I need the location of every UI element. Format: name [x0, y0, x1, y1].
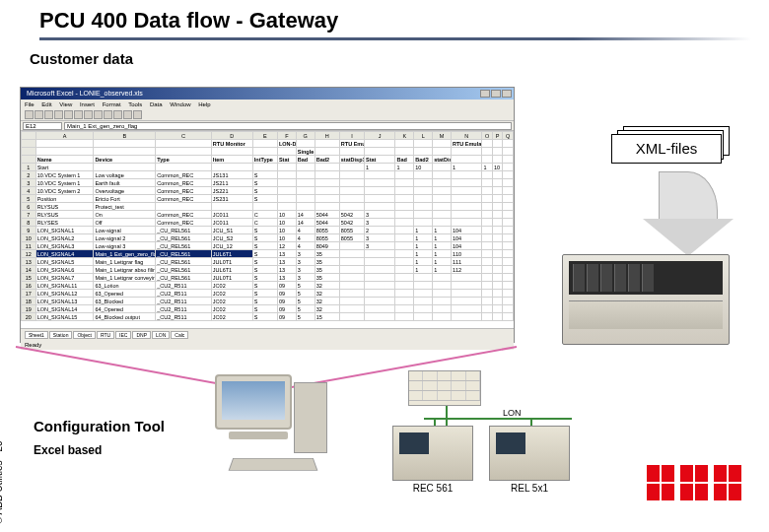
tb-sum[interactable] — [113, 110, 122, 119]
tab-iec[interactable]: IEC — [115, 331, 131, 339]
window-buttons — [479, 90, 514, 98]
menu-bar: File Edit View Insert Format Tools Data … — [21, 100, 514, 109]
svg-rect-4 — [680, 465, 693, 482]
flow-arrow-head — [643, 219, 734, 256]
spreadsheet-grid[interactable]: ABCDEFGHIJKLMNOPQRTU MonitorLON-DDERTU E… — [21, 131, 514, 328]
formula-bar: E12 Main_1 Ext_gen_zero_flag — [21, 121, 514, 131]
menu-insert[interactable]: Insert — [80, 101, 95, 107]
tab-dnp[interactable]: DNP — [132, 331, 151, 339]
config-tool-cpu — [294, 382, 327, 453]
hub-device — [408, 370, 481, 406]
tb-redo[interactable] — [104, 110, 112, 119]
svg-rect-2 — [647, 484, 660, 500]
svg-rect-0 — [647, 465, 660, 482]
spreadsheet-titlebar: Microsoft Excel - LONIE_observed.xls — [21, 88, 514, 100]
svg-rect-1 — [662, 465, 674, 482]
svg-rect-8 — [714, 465, 727, 482]
page-title: PCU 400 Data flow - Gateway — [0, 0, 769, 37]
tb-cut[interactable] — [64, 110, 73, 119]
menu-view[interactable]: View — [59, 101, 72, 107]
tb-chart[interactable] — [133, 110, 142, 119]
menu-window[interactable]: Window — [170, 101, 190, 107]
config-tool-monitor — [215, 374, 302, 453]
maximize-button[interactable] — [491, 90, 501, 98]
spreadsheet-app-title: Microsoft Excel - LONIE_observed.xls — [27, 88, 143, 100]
tb-copy[interactable] — [74, 110, 83, 119]
svg-rect-7 — [695, 484, 708, 500]
minimize-button[interactable] — [480, 90, 490, 98]
spreadsheet-window: Microsoft Excel - LONIE_observed.xls Fil… — [20, 87, 515, 343]
svg-rect-3 — [662, 484, 674, 500]
rec561-label: REC 561 — [392, 483, 473, 494]
flow-arrow-body — [659, 171, 718, 223]
tb-print[interactable] — [54, 110, 63, 119]
tab-calc[interactable]: Calc — [171, 331, 188, 339]
tb-save[interactable] — [44, 110, 53, 119]
config-tool-title: Configuration Tool — [34, 418, 165, 434]
copyright: © ABB Utilities - 20 - — [0, 434, 4, 524]
svg-rect-5 — [695, 465, 708, 482]
rec561-device — [392, 426, 473, 481]
formula-input[interactable]: Main_1 Ext_gen_zero_flag — [64, 122, 512, 130]
lon-line-v1 — [446, 406, 448, 426]
svg-rect-6 — [680, 484, 693, 500]
menu-data[interactable]: Data — [150, 101, 163, 107]
config-tool-subtitle: Excel based — [34, 443, 102, 457]
tb-new[interactable] — [25, 110, 34, 119]
abb-logo — [647, 465, 743, 502]
tb-open[interactable] — [35, 110, 43, 119]
svg-rect-9 — [729, 465, 741, 482]
config-tool-keyboard — [229, 458, 318, 471]
toolbar — [21, 109, 514, 121]
rel5x1-label: REL 5x1 — [489, 483, 570, 494]
tb-sort[interactable] — [123, 110, 132, 119]
menu-format[interactable]: Format — [103, 101, 121, 107]
tab-sheet1[interactable]: Sheet1 — [25, 331, 48, 339]
rel5x1-device — [489, 426, 570, 481]
tab-rtu[interactable]: RTU — [97, 331, 114, 339]
svg-rect-10 — [714, 484, 727, 500]
sheet-tabs: Sheet1 Station Object RTU IEC DNP LON Ca… — [21, 328, 514, 340]
pcu-rack — [562, 254, 730, 345]
xml-files-label: XML-files — [611, 134, 722, 164]
tab-station[interactable]: Station — [49, 331, 73, 339]
menu-tools[interactable]: Tools — [128, 101, 142, 107]
xml-files-stack: XML-files — [611, 126, 734, 164]
subtitle: Customer data — [0, 40, 769, 71]
tb-paste[interactable] — [84, 110, 93, 119]
menu-help[interactable]: Help — [198, 101, 210, 107]
close-button[interactable] — [502, 90, 512, 98]
tab-object[interactable]: Object — [73, 331, 95, 339]
svg-rect-11 — [729, 484, 741, 500]
tb-undo[interactable] — [94, 110, 103, 119]
menu-edit[interactable]: Edit — [41, 101, 51, 107]
menu-file[interactable]: File — [25, 101, 35, 107]
cell-reference[interactable]: E12 — [23, 122, 62, 130]
lon-label: LON — [503, 408, 522, 418]
tab-lon[interactable]: LON — [152, 331, 170, 339]
